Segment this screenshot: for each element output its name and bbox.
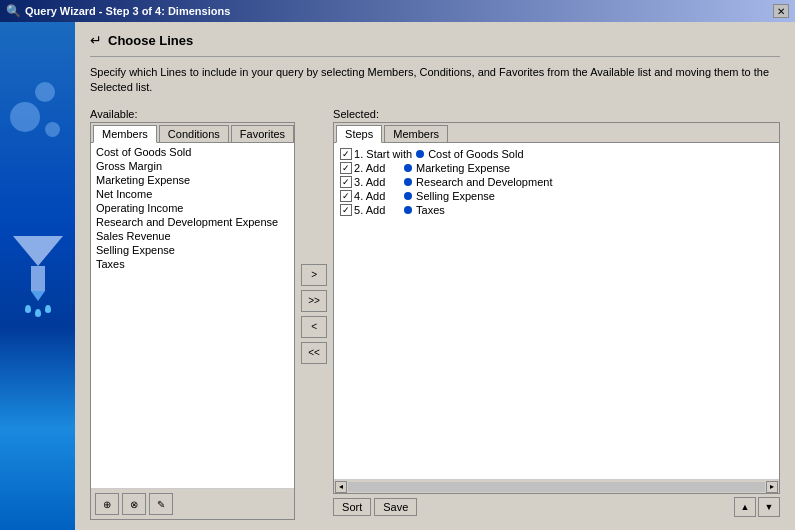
selected-item: ✓ 4. Add Selling Expense [336,189,777,203]
list-item[interactable]: Operating Income [93,201,292,215]
list-item[interactable]: Taxes [93,257,292,271]
scroll-left-arrow[interactable]: ◂ [335,481,347,493]
step-label: 3. Add [354,176,385,188]
close-button[interactable]: ✕ [773,4,789,18]
blue-dot-icon [404,178,412,186]
tab-steps[interactable]: Steps [336,125,382,143]
section-title: ↵ Choose Lines [90,32,780,48]
edit-member-btn[interactable]: ✎ [149,493,173,515]
item-name: Marketing Expense [416,162,510,174]
add-member-btn[interactable]: ⊕ [95,493,119,515]
tab-selected-members[interactable]: Members [384,125,448,142]
scroll-track [348,482,765,492]
item-name: Research and Development [416,176,552,188]
available-tabs: Members Conditions Favorites [91,123,294,143]
section-title-text: Choose Lines [108,33,193,48]
sort-save-buttons: Sort Save [333,498,417,516]
selected-item: ✓ 1. Start with Cost of Goods Sold [336,147,777,161]
blue-dot-icon [416,150,424,158]
item-name: Selling Expense [416,190,495,202]
step-label: 4. Add [354,190,385,202]
checkbox[interactable]: ✓ [340,190,352,202]
blue-dot-icon [404,206,412,214]
funnel-icon [13,236,63,317]
move-all-right-button[interactable]: >> [301,290,327,312]
checkbox[interactable]: ✓ [340,162,352,174]
selected-wrapper: Selected: Steps Members ✓ 1. Start with [333,108,780,520]
list-item[interactable]: Selling Expense [93,243,292,257]
panels-row: Available: Members Conditions Favorites … [90,108,780,520]
item-name: Taxes [416,204,445,216]
selected-item: ✓ 3. Add Research and Development [336,175,777,189]
list-item[interactable]: Marketing Expense [93,173,292,187]
checkbox[interactable]: ✓ [340,148,352,160]
move-right-button[interactable]: > [301,264,327,286]
list-item[interactable]: Gross Margin [93,159,292,173]
checkbox-cell: ✓ 4. Add [340,190,400,202]
step-label: 1. Start with [354,148,412,160]
checkbox-cell: ✓ 1. Start with [340,148,412,160]
selected-panel: Steps Members ✓ 1. Start with Cost of Go… [333,122,780,494]
save-button[interactable]: Save [374,498,417,516]
title-icon: 🔍 [6,4,21,18]
tab-favorites[interactable]: Favorites [231,125,294,142]
remove-member-btn[interactable]: ⊗ [122,493,146,515]
step-label: 2. Add [354,162,385,174]
move-left-button[interactable]: < [301,316,327,338]
item-name: Cost of Goods Sold [428,148,523,160]
checkbox-cell: ✓ 2. Add [340,162,400,174]
move-buttons: ▲ ▼ [734,497,780,517]
section-arrow-icon: ↵ [90,32,102,48]
selected-item: ✓ 5. Add Taxes [336,203,777,217]
list-item[interactable]: Cost of Goods Sold [93,145,292,159]
checkbox[interactable]: ✓ [340,204,352,216]
tab-members[interactable]: Members [93,125,157,143]
checkbox-cell: ✓ 5. Add [340,204,400,216]
list-item[interactable]: Net Income [93,187,292,201]
available-panel: Members Conditions Favorites Cost of Goo… [90,122,295,520]
available-list[interactable]: Cost of Goods Sold Gross Margin Marketin… [91,143,294,488]
checkbox[interactable]: ✓ [340,176,352,188]
horizontal-scrollbar[interactable]: ◂ ▸ [334,479,779,493]
list-item[interactable]: Research and Development Expense [93,215,292,229]
available-label: Available: [90,108,295,120]
tab-conditions[interactable]: Conditions [159,125,229,142]
selected-item: ✓ 2. Add Marketing Expense [336,161,777,175]
selected-tabs: Steps Members [334,123,779,143]
left-decorative-panel [0,22,75,530]
move-up-button[interactable]: ▲ [734,497,756,517]
available-wrapper: Available: Members Conditions Favorites … [90,108,295,520]
selected-label: Selected: [333,108,780,120]
selected-bottom-row: Sort Save ▲ ▼ [333,494,780,520]
move-down-button[interactable]: ▼ [758,497,780,517]
transfer-buttons: > >> < << [295,108,333,520]
description-text: Specify which Lines to include in your q… [90,65,780,96]
step-label: 5. Add [354,204,385,216]
title-text: Query Wizard - Step 3 of 4: Dimensions [25,5,230,17]
sort-button[interactable]: Sort [333,498,371,516]
title-bar: 🔍 Query Wizard - Step 3 of 4: Dimensions… [0,0,795,22]
blue-dot-icon [404,192,412,200]
available-toolbar: ⊕ ⊗ ✎ [91,488,294,519]
dialog-body: ↵ Choose Lines Specify which Lines to in… [0,22,795,530]
blue-dot-icon [404,164,412,172]
checkbox-cell: ✓ 3. Add [340,176,400,188]
scroll-right-arrow[interactable]: ▸ [766,481,778,493]
move-all-left-button[interactable]: << [301,342,327,364]
main-content: ↵ Choose Lines Specify which Lines to in… [75,22,795,530]
selected-list: ✓ 1. Start with Cost of Goods Sold ✓ 2. … [334,143,779,479]
list-item[interactable]: Sales Revenue [93,229,292,243]
